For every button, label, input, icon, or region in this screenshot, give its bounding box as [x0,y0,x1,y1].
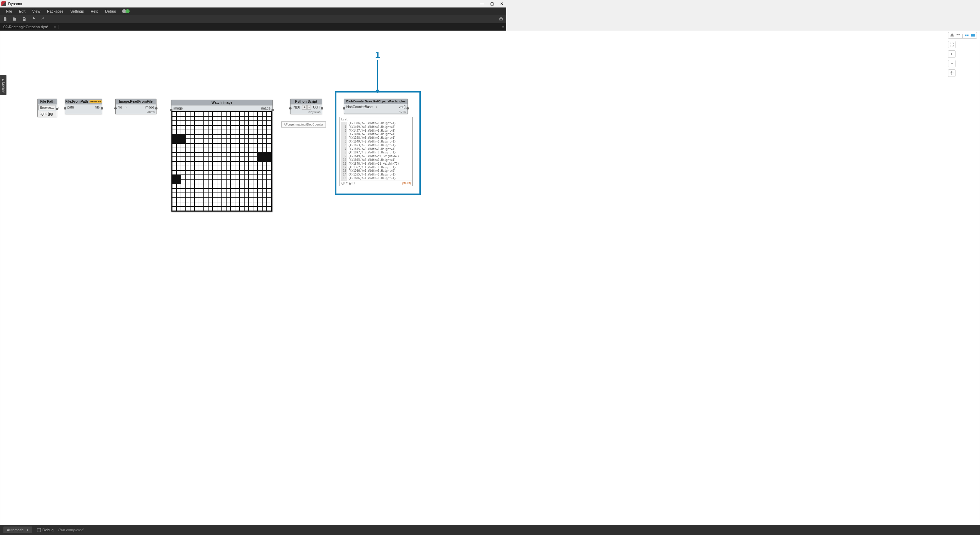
output-port-var[interactable]: var[] [397,104,407,110]
remove-input-button[interactable]: - [307,105,311,110]
python-output-tooltip: AForge.Imaging.BlobCounter [281,121,326,127]
annotation-callout-1: 1 [375,49,380,93]
list-index: 9 [341,155,347,159]
maximize-button[interactable]: ▢ [490,2,494,6]
list-item[interactable]: 3{X=1460,Y=0,Width=1,Height=1} [340,133,412,136]
list-value: {X=1655,Y=0,Width=1,Height=1} [348,148,396,151]
callout-number: 1 [375,49,380,60]
list-value: {X=1460,Y=0,Width=1,Height=1} [348,133,396,136]
close-tab-icon[interactable]: × [54,25,56,29]
screenshot-icon[interactable] [499,17,503,21]
input-port-path[interactable]: path [65,104,76,110]
list-item[interactable]: 12{X=1362,Y=1,Width=1,Height=1} [340,166,412,170]
node-file-path[interactable]: File Path Browse...› .\grid.jpg [37,99,57,117]
list-index: 7 [341,148,347,151]
list-value: {X=1558,Y=0,Width=1,Height=1} [348,136,396,140]
node-title: Watch Image [172,100,272,105]
library-panel-toggle[interactable]: ▸ Library [0,75,6,95]
node-title: File Path [38,99,57,104]
list-index: 2 [341,129,347,133]
list-item[interactable]: 9{X=1649,Y=0,Width=55,Height=67} [340,155,412,159]
output-port-image[interactable]: image [143,104,156,110]
list-index: 14 [341,173,347,177]
list-item[interactable]: 11{X=1840,Y=0,Width=61,Height=71} [340,162,412,166]
close-button[interactable]: ✕ [500,2,503,6]
node-title: BlobCounterBase.GetObjectsRectangles [344,99,407,104]
redo-icon[interactable] [41,17,46,21]
menu-view[interactable]: View [29,9,44,13]
list-item[interactable]: 7{X=1655,Y=0,Width=1,Height=1} [340,148,412,151]
list-index: 12 [341,166,347,170]
wire-layer [0,30,102,82]
node-image-read-from-file[interactable]: Image.ReadFromFile file›image AUTO [115,99,156,114]
list-index: 3 [341,133,347,136]
list-value: {X=1653,Y=0,Width=1,Height=1} [348,144,396,148]
menu-packages[interactable]: Packages [43,9,67,13]
list-header: List [340,117,412,122]
input-port-image[interactable]: image [172,105,185,111]
node-title: Image.ReadFromFile [116,99,156,104]
undo-icon[interactable] [31,17,36,21]
workspace-tab[interactable]: 02-RectangleCreation.dyn* × [0,25,59,29]
input-port-file[interactable]: file [116,104,124,110]
input-port-blob-counter-base[interactable]: blobCounterBase [344,104,374,110]
list-value: {X=1606,Y=1,Width=1,Height=1} [348,177,396,181]
tab-menu-icon[interactable]: ≡ [502,25,504,29]
list-item[interactable]: 13{X=1506,Y=1,Width=3,Height=2} [340,169,412,173]
library-label: ▸ Library [2,78,5,92]
minimize-button[interactable]: — [480,2,484,6]
node-blob-counter[interactable]: BlobCounterBase.GetObjectsRectangles blo… [344,99,408,114]
lacing-label: AUTO [116,110,156,114]
output-port-file[interactable]: file [93,104,102,110]
menu-file[interactable]: File [3,9,16,13]
node-title: File.FromPathRenamed [65,99,102,104]
list-value: {X=1649,Y=0,Width=1,Height=1} [348,140,396,144]
engine-label: CPython3 [291,110,322,114]
list-item[interactable]: 4{X=1558,Y=0,Width=1,Height=1} [340,136,412,140]
list-item[interactable]: 1{X=1409,Y=0,Width=3,Height=3} [340,126,412,129]
node-file-from-path[interactable]: File.FromPathRenamed pathfile [65,99,102,114]
open-file-icon[interactable] [12,17,17,21]
list-value: {X=1362,Y=1,Width=1,Height=1} [348,166,396,170]
output-port-out[interactable]: OUT [311,104,322,110]
list-item[interactable]: 5{X=1649,Y=0,Width=1,Height=1} [340,140,412,144]
menu-help[interactable]: Help [87,9,102,13]
list-value: {X=1697,Y=0,Width=1,Height=1} [348,151,396,155]
toolbar [0,15,506,23]
list-index: 6 [341,144,347,148]
app-title: Dynamo [8,2,22,6]
list-value: {X=1649,Y=0,Width=55,Height=67} [348,155,399,159]
new-file-icon[interactable] [3,17,8,21]
node-python-script[interactable]: Python Script IN[0] + - OUT CPython3 [290,99,322,114]
list-value: {X=1840,Y=0,Width=61,Height=71} [348,162,399,166]
list-item[interactable]: 2{X=1457,Y=0,Width=3,Height=3} [340,129,412,133]
list-index: 15 [341,177,347,181]
list-item[interactable]: 14{X=1555,Y=1,Width=1,Height=1} [340,173,412,177]
list-value: {X=1805,Y=0,Width=1,Height=1} [348,159,396,162]
save-icon[interactable] [22,17,27,21]
menu-edit[interactable]: Edit [16,9,29,13]
list-item[interactable]: 10{X=1805,Y=0,Width=1,Height=1} [340,159,412,162]
window-titlebar: Dynamo — ▢ ✕ [0,0,506,8]
graph-canvas[interactable]: ▸ Library | + − File Path Browse...› .\g… [0,30,506,276]
menu-debug[interactable]: Debug [102,9,119,13]
list-index: 8 [341,151,347,155]
list-value: {X=1457,Y=0,Width=3,Height=3} [348,129,396,133]
list-index: 4 [341,136,347,140]
list-item[interactable]: 8{X=1697,Y=0,Width=1,Height=1} [340,151,412,155]
list-item[interactable]: 0{X=1366,Y=0,Width=1,Height=1} [340,122,412,126]
browse-button[interactable]: Browse... [38,105,56,110]
menu-settings[interactable]: Settings [67,9,88,13]
blob-output-preview[interactable]: List 0{X=1366,Y=0,Width=1,Height=1}1{X=1… [339,117,413,186]
list-index: 5 [341,140,347,144]
add-input-button[interactable]: + [302,105,307,110]
input-port-in0[interactable]: IN[0] [291,104,302,110]
node-title: Python Script [291,99,322,104]
workspace-tab-label: 02-RectangleCreation.dyn* [3,25,48,29]
list-item[interactable]: 6{X=1653,Y=0,Width=1,Height=1} [340,144,412,148]
output-port-image[interactable]: image [259,105,272,111]
list-levels[interactable]: @L2 @L1 [341,182,355,185]
list-item[interactable]: 15{X=1606,Y=1,Width=1,Height=1} [340,177,412,181]
list-value: {X=1506,Y=1,Width=3,Height=2} [348,169,396,173]
node-watch-image[interactable]: Watch Image imageimage [171,100,273,212]
